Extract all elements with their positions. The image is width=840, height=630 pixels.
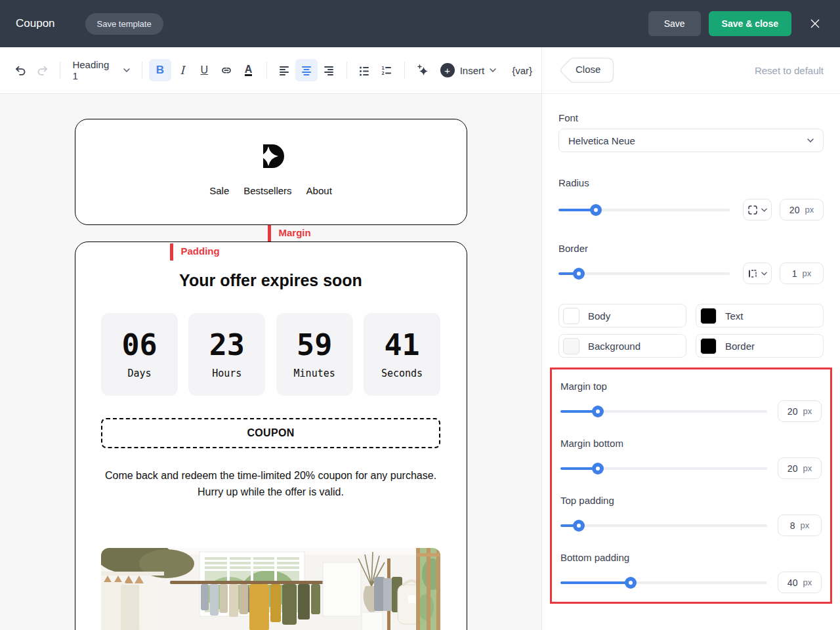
margin-indicator-bar <box>268 225 271 242</box>
link-button[interactable] <box>215 59 238 81</box>
coupon-button[interactable]: COUPON <box>101 418 440 448</box>
align-left-button[interactable] <box>273 59 295 81</box>
nav-link-sale[interactable]: Sale <box>209 185 229 196</box>
bottom-padding-value-input[interactable]: 40 px <box>778 572 822 593</box>
save-and-close-button[interactable]: Save & close <box>709 11 791 36</box>
save-template-button[interactable]: Save template <box>85 13 163 35</box>
radius-value-input[interactable]: 20 px <box>780 199 824 220</box>
save-button[interactable]: Save <box>648 11 701 36</box>
text-color-setting-button[interactable]: Text <box>696 304 824 327</box>
padding-indicator-bar <box>170 243 173 261</box>
border-sides-icon <box>747 268 758 279</box>
brand-logo-icon <box>258 143 284 169</box>
email-header-block[interactable]: Sale Bestsellers About <box>75 119 467 225</box>
insert-button[interactable]: + Insert <box>440 63 497 77</box>
bold-button[interactable]: B <box>149 59 171 81</box>
border-color-swatch <box>700 338 717 354</box>
radius-slider-handle[interactable] <box>590 204 602 216</box>
countdown-hours: 23 Hours <box>188 313 265 396</box>
reset-to-default-link[interactable]: Reset to default <box>755 65 824 76</box>
margin-top-slider[interactable] <box>560 406 767 417</box>
corner-radius-icon <box>747 205 758 215</box>
top-padding-slider-handle[interactable] <box>573 520 585 532</box>
nav-link-about[interactable]: About <box>306 185 332 196</box>
margin-top-row: Margin top 20 px <box>560 381 822 422</box>
radius-section-label: Radius <box>558 177 824 188</box>
spacing-highlight-box: Margin top 20 px Margin bottom <box>550 368 832 604</box>
padding-label: Padding <box>181 245 220 257</box>
body-color-swatch <box>563 308 579 324</box>
email-canvas: Sale Bestsellers About Margin Padding <box>0 94 541 630</box>
plus-circle-icon: + <box>440 63 455 77</box>
countdown-timer: 06 Days 23 Hours 59 Minutes 41 <box>101 313 440 396</box>
email-content-block[interactable]: Padding Your offer expires soon 06 Days … <box>75 242 467 630</box>
underline-button[interactable]: U <box>193 59 215 81</box>
toolbar-divider <box>404 62 405 79</box>
border-section-label: Border <box>558 243 824 254</box>
align-right-button[interactable] <box>318 59 340 81</box>
ai-sparkle-button[interactable] <box>411 59 434 81</box>
chevron-down-icon <box>761 208 767 212</box>
editor-toolbar: Heading 1 B I U A <box>0 47 541 94</box>
toolbar-divider <box>266 62 267 79</box>
email-body-text: Come back and redeem the time-limited 20… <box>94 468 448 501</box>
border-slider-handle[interactable] <box>573 268 585 280</box>
font-select[interactable]: Helvetica Neue <box>558 129 824 152</box>
link-icon <box>220 64 233 77</box>
toolbar-divider <box>346 62 347 79</box>
body-color-button[interactable]: Body <box>558 304 686 327</box>
background-color-swatch <box>563 338 579 354</box>
font-section-label: Font <box>558 112 824 123</box>
panel-close-button[interactable]: Close <box>558 57 614 83</box>
margin-label: Margin <box>279 227 311 238</box>
email-heading: Your offer expires soon <box>75 271 467 290</box>
top-padding-row: Top padding 8 px <box>560 495 822 536</box>
email-nav: Sale Bestsellers About <box>209 185 332 196</box>
numbered-list-button[interactable]: 1 2 <box>375 59 398 81</box>
border-color-button[interactable]: Border <box>696 334 824 358</box>
text-color-swatch <box>700 308 717 324</box>
margin-bottom-value-input[interactable]: 20 px <box>778 457 822 479</box>
redo-button[interactable] <box>32 59 54 81</box>
app-header: Coupon Save template Save Save & close <box>0 0 840 47</box>
countdown-minutes: 59 Minutes <box>276 313 353 396</box>
font-select-value: Helvetica Neue <box>568 135 635 146</box>
panel-close-label: Close <box>576 64 600 75</box>
radius-corners-dropdown[interactable] <box>743 199 772 220</box>
bullet-list-button[interactable] <box>354 59 376 81</box>
store-photo <box>101 548 440 630</box>
toolbar-divider <box>60 62 60 79</box>
bottom-padding-slider[interactable] <box>560 577 767 589</box>
svg-text:1: 1 <box>382 66 385 71</box>
border-value-input[interactable]: 1 px <box>780 262 824 284</box>
top-padding-slider[interactable] <box>560 520 767 532</box>
insert-label: Insert <box>460 65 485 76</box>
chevron-down-icon <box>761 272 767 276</box>
page-title: Coupon <box>16 17 55 30</box>
variable-button[interactable]: {var} <box>512 65 532 76</box>
countdown-days: 06 Days <box>101 313 178 396</box>
margin-bottom-slider[interactable] <box>560 463 767 474</box>
text-color-button[interactable]: A <box>238 59 260 81</box>
margin-bottom-slider-handle[interactable] <box>592 463 604 474</box>
margin-top-slider-handle[interactable] <box>592 406 604 417</box>
settings-panel: Close Reset to default Font Helvetica Ne… <box>541 47 840 630</box>
panel-header: Close Reset to default <box>542 47 840 94</box>
color-settings-grid: Body Text Background Border <box>558 304 824 358</box>
italic-button[interactable]: I <box>171 59 194 81</box>
align-center-button[interactable] <box>295 59 318 81</box>
close-icon[interactable] <box>806 14 824 33</box>
bottom-padding-slider-handle[interactable] <box>625 577 637 589</box>
background-color-button[interactable]: Background <box>558 334 686 358</box>
border-slider[interactable] <box>558 268 730 280</box>
top-padding-value-input[interactable]: 8 px <box>778 514 822 536</box>
paragraph-style-select[interactable]: Heading 1 <box>67 59 135 81</box>
chevron-down-icon <box>807 138 814 142</box>
nav-link-bestsellers[interactable]: Bestsellers <box>243 185 291 196</box>
countdown-seconds: 41 Seconds <box>364 313 440 396</box>
margin-top-value-input[interactable]: 20 px <box>778 400 822 422</box>
border-sides-dropdown[interactable] <box>743 262 772 284</box>
undo-button[interactable] <box>9 59 32 81</box>
margin-bottom-row: Margin bottom 20 px <box>560 438 822 479</box>
radius-slider[interactable] <box>558 204 730 216</box>
